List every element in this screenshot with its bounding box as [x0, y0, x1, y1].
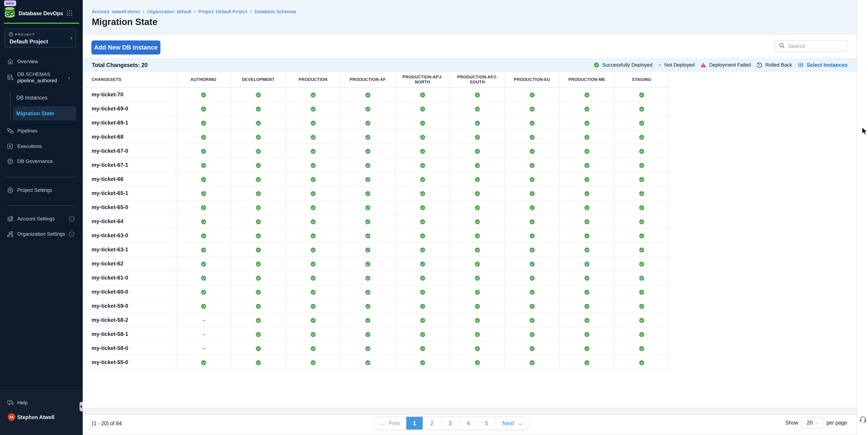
svg-text:?: ?: [9, 401, 11, 403]
